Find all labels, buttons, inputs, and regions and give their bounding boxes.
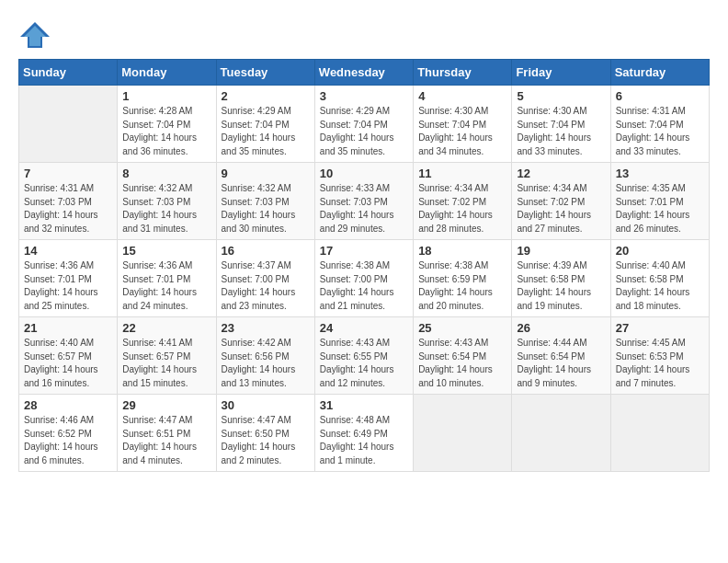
day-info: Sunrise: 4:40 AMSunset: 6:58 PMDaylight:…: [616, 259, 704, 313]
day-number: 17: [320, 244, 408, 258]
day-info: Sunrise: 4:41 AMSunset: 6:57 PMDaylight:…: [122, 337, 210, 390]
day-info: Sunrise: 4:47 AMSunset: 6:50 PMDaylight:…: [222, 414, 310, 467]
calendar-week-4: 21Sunrise: 4:40 AMSunset: 6:57 PMDayligh…: [19, 317, 710, 395]
day-info: Sunrise: 4:32 AMSunset: 7:03 PMDaylight:…: [222, 182, 310, 236]
calendar-cell: 5Sunrise: 4:30 AMSunset: 7:04 PMDaylight…: [512, 86, 610, 163]
day-info: Sunrise: 4:37 AMSunset: 7:00 PMDaylight:…: [222, 259, 310, 313]
day-info: Sunrise: 4:39 AMSunset: 6:58 PMDaylight:…: [517, 259, 605, 313]
calendar: SundayMondayTuesdayWednesdayThursdayFrid…: [18, 59, 710, 472]
day-info: Sunrise: 4:30 AMSunset: 7:04 PMDaylight:…: [517, 105, 605, 158]
day-info: Sunrise: 4:44 AMSunset: 6:54 PMDaylight:…: [517, 337, 605, 390]
calendar-cell: 4Sunrise: 4:30 AMSunset: 7:04 PMDaylight…: [414, 86, 512, 163]
day-info: Sunrise: 4:34 AMSunset: 7:02 PMDaylight:…: [418, 182, 506, 236]
calendar-cell: 9Sunrise: 4:32 AMSunset: 7:03 PMDaylight…: [216, 163, 314, 240]
calendar-cell: 1Sunrise: 4:28 AMSunset: 7:04 PMDaylight…: [118, 86, 216, 163]
day-info: Sunrise: 4:36 AMSunset: 7:01 PMDaylight:…: [24, 259, 112, 313]
day-number: 25: [418, 321, 506, 335]
calendar-cell: [19, 86, 118, 163]
day-number: 2: [222, 89, 310, 103]
day-info: Sunrise: 4:38 AMSunset: 6:59 PMDaylight:…: [418, 259, 506, 313]
day-info: Sunrise: 4:31 AMSunset: 7:04 PMDaylight:…: [616, 105, 704, 158]
calendar-cell: 21Sunrise: 4:40 AMSunset: 6:57 PMDayligh…: [19, 317, 118, 395]
day-info: Sunrise: 4:47 AMSunset: 6:51 PMDaylight:…: [122, 414, 210, 467]
svg-marker-1: [24, 26, 46, 46]
day-number: 8: [122, 167, 210, 180]
day-number: 21: [24, 321, 112, 335]
day-info: Sunrise: 4:40 AMSunset: 6:57 PMDaylight:…: [24, 337, 112, 390]
day-info: Sunrise: 4:46 AMSunset: 6:52 PMDaylight:…: [24, 414, 112, 467]
calendar-cell: 2Sunrise: 4:29 AMSunset: 7:04 PMDaylight…: [216, 86, 314, 163]
day-number: 4: [418, 89, 506, 103]
calendar-cell: 26Sunrise: 4:44 AMSunset: 6:54 PMDayligh…: [512, 317, 610, 395]
day-info: Sunrise: 4:29 AMSunset: 7:04 PMDaylight:…: [222, 105, 310, 158]
day-number: 12: [517, 167, 605, 180]
day-info: Sunrise: 4:32 AMSunset: 7:03 PMDaylight:…: [122, 182, 210, 236]
calendar-cell: 20Sunrise: 4:40 AMSunset: 6:58 PMDayligh…: [610, 240, 709, 317]
logo-icon: [18, 18, 51, 52]
day-info: Sunrise: 4:35 AMSunset: 7:01 PMDaylight:…: [616, 182, 704, 236]
day-number: 5: [517, 89, 605, 103]
calendar-cell: 31Sunrise: 4:48 AMSunset: 6:49 PMDayligh…: [314, 395, 413, 472]
day-info: Sunrise: 4:42 AMSunset: 6:56 PMDaylight:…: [222, 337, 310, 390]
day-number: 20: [616, 244, 704, 258]
calendar-week-5: 28Sunrise: 4:46 AMSunset: 6:52 PMDayligh…: [19, 395, 710, 472]
calendar-cell: 14Sunrise: 4:36 AMSunset: 7:01 PMDayligh…: [19, 240, 118, 317]
calendar-cell: 8Sunrise: 4:32 AMSunset: 7:03 PMDaylight…: [118, 163, 216, 240]
day-number: 15: [122, 244, 210, 258]
day-number: 18: [418, 244, 506, 258]
day-info: Sunrise: 4:29 AMSunset: 7:04 PMDaylight:…: [320, 105, 408, 158]
calendar-cell: 22Sunrise: 4:41 AMSunset: 6:57 PMDayligh…: [118, 317, 216, 395]
header-thursday: Thursday: [414, 60, 512, 86]
day-number: 16: [222, 244, 310, 258]
day-number: 11: [418, 167, 506, 180]
day-number: 10: [320, 167, 408, 180]
day-number: 26: [517, 321, 605, 335]
header-tuesday: Tuesday: [216, 60, 314, 86]
calendar-cell: 12Sunrise: 4:34 AMSunset: 7:02 PMDayligh…: [512, 163, 610, 240]
calendar-cell: 24Sunrise: 4:43 AMSunset: 6:55 PMDayligh…: [314, 317, 413, 395]
day-number: 1: [122, 89, 210, 103]
day-number: 23: [222, 321, 310, 335]
day-info: Sunrise: 4:38 AMSunset: 7:00 PMDaylight:…: [320, 259, 408, 313]
calendar-cell: 27Sunrise: 4:45 AMSunset: 6:53 PMDayligh…: [610, 317, 709, 395]
day-info: Sunrise: 4:33 AMSunset: 7:03 PMDaylight:…: [320, 182, 408, 236]
calendar-cell: 15Sunrise: 4:36 AMSunset: 7:01 PMDayligh…: [118, 240, 216, 317]
day-number: 13: [616, 167, 704, 180]
day-info: Sunrise: 4:48 AMSunset: 6:49 PMDaylight:…: [320, 414, 408, 467]
calendar-cell: [610, 395, 709, 472]
calendar-week-1: 1Sunrise: 4:28 AMSunset: 7:04 PMDaylight…: [19, 86, 710, 163]
calendar-cell: 29Sunrise: 4:47 AMSunset: 6:51 PMDayligh…: [118, 395, 216, 472]
calendar-cell: 10Sunrise: 4:33 AMSunset: 7:03 PMDayligh…: [314, 163, 413, 240]
header-saturday: Saturday: [610, 60, 709, 86]
day-info: Sunrise: 4:31 AMSunset: 7:03 PMDaylight:…: [24, 182, 112, 236]
calendar-cell: 6Sunrise: 4:31 AMSunset: 7:04 PMDaylight…: [610, 86, 709, 163]
header-monday: Monday: [118, 60, 216, 86]
day-info: Sunrise: 4:28 AMSunset: 7:04 PMDaylight:…: [122, 105, 210, 158]
calendar-week-3: 14Sunrise: 4:36 AMSunset: 7:01 PMDayligh…: [19, 240, 710, 317]
day-number: 24: [320, 321, 408, 335]
calendar-cell: [414, 395, 512, 472]
calendar-cell: 25Sunrise: 4:43 AMSunset: 6:54 PMDayligh…: [414, 317, 512, 395]
header-sunday: Sunday: [19, 60, 118, 86]
day-info: Sunrise: 4:30 AMSunset: 7:04 PMDaylight:…: [418, 105, 506, 158]
calendar-cell: 18Sunrise: 4:38 AMSunset: 6:59 PMDayligh…: [414, 240, 512, 317]
calendar-cell: 3Sunrise: 4:29 AMSunset: 7:04 PMDaylight…: [314, 86, 413, 163]
day-number: 19: [517, 244, 605, 258]
calendar-cell: 13Sunrise: 4:35 AMSunset: 7:01 PMDayligh…: [610, 163, 709, 240]
calendar-cell: 30Sunrise: 4:47 AMSunset: 6:50 PMDayligh…: [216, 395, 314, 472]
day-number: 29: [122, 398, 210, 412]
logo: [18, 18, 57, 52]
calendar-cell: 7Sunrise: 4:31 AMSunset: 7:03 PMDaylight…: [19, 163, 118, 240]
calendar-cell: 17Sunrise: 4:38 AMSunset: 7:00 PMDayligh…: [314, 240, 413, 317]
calendar-cell: 28Sunrise: 4:46 AMSunset: 6:52 PMDayligh…: [19, 395, 118, 472]
page-header: [18, 18, 710, 52]
day-number: 14: [24, 244, 112, 258]
day-number: 7: [24, 167, 112, 180]
day-number: 3: [320, 89, 408, 103]
calendar-cell: 19Sunrise: 4:39 AMSunset: 6:58 PMDayligh…: [512, 240, 610, 317]
calendar-cell: 16Sunrise: 4:37 AMSunset: 7:00 PMDayligh…: [216, 240, 314, 317]
day-info: Sunrise: 4:45 AMSunset: 6:53 PMDaylight:…: [616, 337, 704, 390]
calendar-cell: 11Sunrise: 4:34 AMSunset: 7:02 PMDayligh…: [414, 163, 512, 240]
day-number: 28: [24, 398, 112, 412]
day-info: Sunrise: 4:36 AMSunset: 7:01 PMDaylight:…: [122, 259, 210, 313]
